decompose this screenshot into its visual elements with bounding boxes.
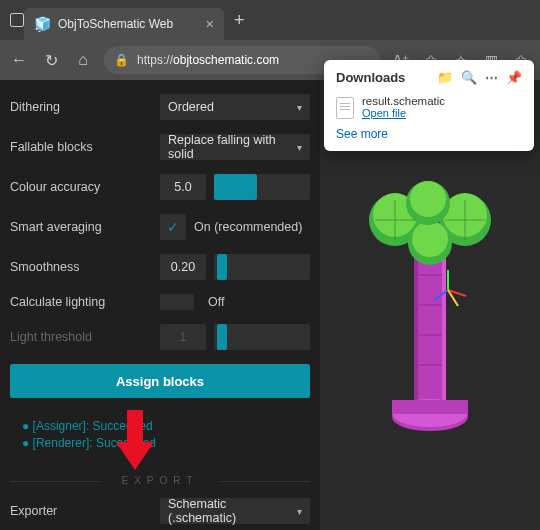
colour-accuracy-label: Colour accuracy (10, 180, 160, 194)
smart-averaging-text: On (recommended) (194, 220, 302, 234)
smart-averaging-label: Smart averaging (10, 220, 160, 234)
search-icon[interactable]: 🔍 (461, 70, 477, 85)
light-threshold-value: 1 (160, 324, 206, 350)
lock-icon: 🔒 (114, 53, 129, 67)
lighting-text: Off (208, 295, 224, 309)
fallable-label: Fallable blocks (10, 140, 160, 154)
smoothness-value[interactable]: 0.20 (160, 254, 206, 280)
folder-icon[interactable]: 📁 (437, 70, 453, 85)
assign-status-box: [Assigner]: Succeeded [Renderer]: Succee… (10, 408, 310, 461)
light-threshold-label: Light threshold (10, 330, 160, 344)
lighting-label: Calculate lighting (10, 295, 160, 309)
assign-blocks-button[interactable]: Assign blocks (10, 364, 310, 398)
tab-actions-icon[interactable] (10, 13, 24, 27)
home-button[interactable]: ⌂ (72, 49, 94, 71)
chevron-down-icon: ▾ (297, 506, 302, 517)
smoothness-label: Smoothness (10, 260, 160, 274)
exporter-select[interactable]: Schematic (.schematic) ▾ (160, 498, 310, 524)
status-renderer: [Renderer]: Succeeded (22, 436, 298, 450)
voxel-model-preview (340, 165, 520, 445)
svg-point-13 (410, 181, 446, 217)
chevron-down-icon: ▾ (297, 142, 302, 153)
more-icon[interactable]: ⋯ (485, 70, 498, 85)
exporter-label: Exporter (10, 504, 160, 518)
download-filename: result.schematic (362, 95, 445, 107)
url-scheme: https:// (137, 53, 173, 67)
back-button[interactable]: ← (8, 49, 30, 71)
colour-accuracy-value[interactable]: 5.0 (160, 174, 206, 200)
svg-rect-1 (414, 255, 418, 415)
close-icon[interactable]: × (206, 16, 214, 32)
downloads-title: Downloads (336, 70, 405, 85)
svg-rect-2 (442, 255, 446, 415)
svg-point-11 (412, 221, 448, 257)
export-section-header: EXPORT (10, 475, 310, 486)
tab-favicon: 🧊 (34, 16, 50, 32)
see-more-link[interactable]: See more (336, 127, 522, 141)
smart-averaging-checkbox[interactable]: ✓ (160, 214, 186, 240)
settings-sidebar: Dithering Ordered ▾ Fallable blocks Repl… (0, 80, 320, 530)
download-item[interactable]: result.schematic Open file (336, 95, 522, 119)
dithering-label: Dithering (10, 100, 160, 114)
downloads-popover: Downloads 📁 🔍 ⋯ 📌 result.schematic Open … (324, 60, 534, 151)
new-tab-button[interactable]: + (224, 10, 255, 31)
open-file-link[interactable]: Open file (362, 107, 445, 119)
lighting-toggle[interactable] (160, 294, 194, 310)
refresh-button[interactable]: ↻ (40, 49, 62, 71)
light-threshold-slider (214, 324, 310, 350)
status-assigner: [Assigner]: Succeeded (22, 419, 298, 433)
pin-icon[interactable]: 📌 (506, 70, 522, 85)
smoothness-slider[interactable] (214, 254, 310, 280)
svg-rect-5 (392, 400, 468, 414)
url-host: objtoschematic.com (173, 53, 279, 67)
chevron-down-icon: ▾ (297, 102, 302, 113)
file-icon (336, 97, 354, 119)
tab-title: ObjToSchematic Web (58, 17, 198, 31)
browser-tab[interactable]: 🧊 ObjToSchematic Web × (24, 8, 224, 40)
colour-accuracy-slider[interactable] (214, 174, 310, 200)
dithering-select[interactable]: Ordered ▾ (160, 94, 310, 120)
fallable-select[interactable]: Replace falling with solid ▾ (160, 134, 310, 160)
